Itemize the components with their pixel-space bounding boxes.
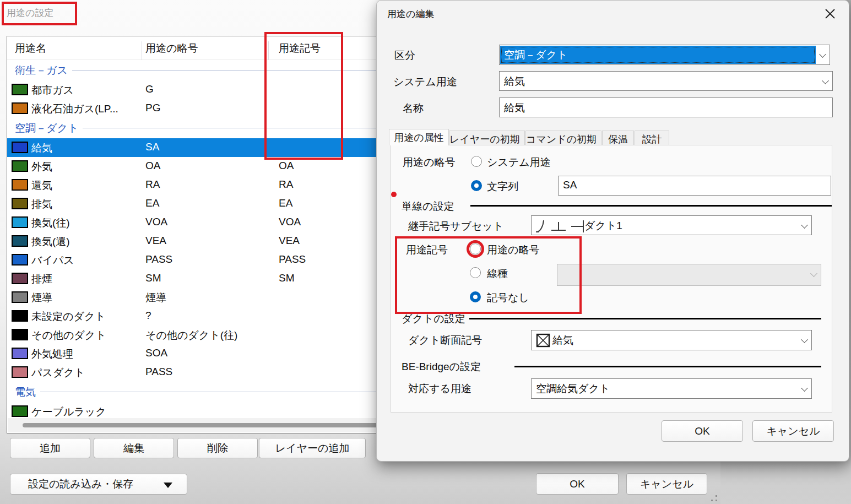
load-save-settings-button[interactable]: 設定の読み込み・保存	[10, 474, 187, 495]
settings-cancel-button[interactable]: キャンセル	[626, 473, 707, 495]
line-type-combobox	[557, 264, 821, 286]
color-swatch	[12, 405, 28, 417]
system-usage-label: システム用途	[393, 75, 457, 89]
usage-symbol: PASS	[279, 253, 306, 265]
corresponding-usage-label: 対応する用途	[408, 382, 471, 396]
crossed-box-icon	[536, 333, 550, 348]
chevron-down-icon	[810, 270, 817, 277]
usage-symbol: SM	[279, 272, 295, 284]
kubun-value: 空調－ダクト	[504, 48, 567, 62]
resize-grip[interactable]	[709, 494, 717, 501]
usage-symbol: VOA	[279, 216, 301, 228]
usage-symbol: RA	[279, 178, 293, 191]
color-swatch	[12, 198, 28, 209]
settings-ok-button[interactable]: OK	[536, 473, 619, 495]
color-swatch	[12, 84, 28, 95]
usage-abbr: OA	[145, 160, 160, 172]
color-swatch	[12, 102, 28, 114]
usage-name: 排気	[31, 197, 52, 212]
usage-name: 未設定のダクト	[31, 310, 106, 324]
radio-system-usage-label: システム用途	[487, 155, 551, 170]
tab-layer-defaults[interactable]: レイヤーの初期値	[449, 131, 525, 145]
edit-button[interactable]: 編集	[94, 438, 174, 458]
column-header-abbr: 用途の略号	[145, 41, 198, 56]
usage-name: 排煙	[31, 272, 52, 286]
usage-name: 外気	[31, 160, 52, 174]
kubun-combobox[interactable]: 空調－ダクト	[499, 45, 830, 65]
usage-name: パスダクト	[31, 366, 85, 380]
category-label: 衛生－ガス	[15, 63, 68, 78]
usage-name: 煙導	[31, 291, 52, 305]
section-divider	[470, 205, 832, 207]
bebridge-settings-header: BE-Bridgeの設定	[402, 360, 481, 374]
usage-abbr: 煙導	[145, 291, 166, 305]
tab-insulation[interactable]: 保温	[602, 131, 634, 145]
usage-name: 換気(往)	[31, 216, 70, 230]
usage-abbr: SM	[145, 272, 161, 284]
usage-abbr: SA	[145, 141, 159, 153]
add-button[interactable]: 追加	[10, 438, 90, 458]
tab-command-defaults[interactable]: コマンドの初期値	[525, 131, 601, 145]
duct-section-symbol-label: ダクト断面記号	[408, 333, 482, 348]
color-swatch	[12, 310, 28, 322]
delete-button[interactable]: 削除	[177, 438, 258, 458]
color-swatch	[12, 235, 28, 247]
close-button[interactable]	[819, 4, 841, 24]
chevron-down-icon	[822, 77, 829, 84]
abbr-group-label: 用途の略号	[403, 155, 455, 170]
usage-name: 外気処理	[31, 347, 73, 361]
usage-name: その他のダクト	[31, 328, 106, 343]
single-line-settings-header: 単線の設定	[402, 199, 454, 214]
name-label: 名称	[403, 101, 424, 116]
category-label: 電気	[15, 385, 36, 399]
tab-design[interactable]: 設計	[635, 131, 669, 145]
annotation-box-title	[2, 2, 77, 25]
usage-abbr: ?	[145, 310, 151, 322]
edit-cancel-button[interactable]: キャンセル	[752, 420, 834, 442]
edit-dialog-title: 用途の編集	[387, 8, 434, 20]
usage-abbr: PASS	[145, 366, 172, 378]
usage-edit-dialog: 用途の編集 区分 空調－ダクト システム用途 給気 名称 給気 用途の属性 レイ…	[376, 0, 849, 462]
annotation-box-symbol-column	[264, 32, 343, 160]
corresponding-usage-combobox[interactable]: 空調給気ダクト	[531, 378, 812, 399]
edit-ok-button[interactable]: OK	[662, 420, 743, 442]
duct-section-symbol-combobox[interactable]: 給気	[531, 330, 812, 350]
tab-usage-attributes[interactable]: 用途の属性	[389, 129, 449, 145]
usage-symbol: EA	[279, 197, 292, 209]
red-dot-annotation	[391, 192, 397, 197]
chevron-down-icon	[819, 51, 826, 58]
usage-abbr: PG	[145, 102, 160, 114]
section-divider	[469, 318, 821, 319]
radio-string[interactable]	[471, 180, 482, 191]
section-divider	[514, 366, 821, 367]
usage-abbr: EA	[145, 197, 159, 209]
fitting-symbol-subset-combobox[interactable]: ダクト1	[531, 215, 812, 235]
usage-abbr: その他のダクト(往)	[145, 328, 237, 343]
system-usage-combobox[interactable]: 給気	[499, 71, 833, 91]
usage-abbr: G	[145, 83, 154, 95]
close-icon	[824, 8, 836, 20]
color-swatch	[12, 273, 28, 284]
abbr-string-field[interactable]: SA	[558, 176, 831, 196]
color-swatch	[12, 366, 28, 378]
color-swatch	[12, 179, 28, 191]
color-swatch	[12, 216, 28, 228]
add-layer-button[interactable]: レイヤーの追加	[259, 438, 366, 458]
duct-section-symbol-value: 給気	[552, 333, 573, 348]
usage-name: ケーブルラック	[31, 405, 106, 419]
usage-name: 液化石油ガス(LP...	[31, 102, 118, 116]
color-swatch	[12, 142, 28, 153]
usage-name: 換気(還)	[31, 235, 70, 249]
usage-name: 都市ガス	[31, 83, 74, 97]
usage-name: バイパス	[31, 253, 74, 268]
category-label: 空調－ダクト	[15, 121, 78, 136]
usage-abbr: PASS	[145, 253, 172, 265]
chevron-down-icon	[801, 336, 808, 343]
annotation-box-usage-symbol	[395, 236, 582, 314]
radio-system-usage[interactable]	[471, 156, 482, 167]
fitting-symbol-subset-value: ダクト1	[584, 219, 622, 233]
color-swatch	[12, 291, 28, 303]
fitting-symbol-subset-label: 継手記号サブセット	[408, 219, 503, 234]
usage-abbr: VOA	[145, 216, 167, 228]
name-field[interactable]: 給気	[499, 97, 833, 117]
